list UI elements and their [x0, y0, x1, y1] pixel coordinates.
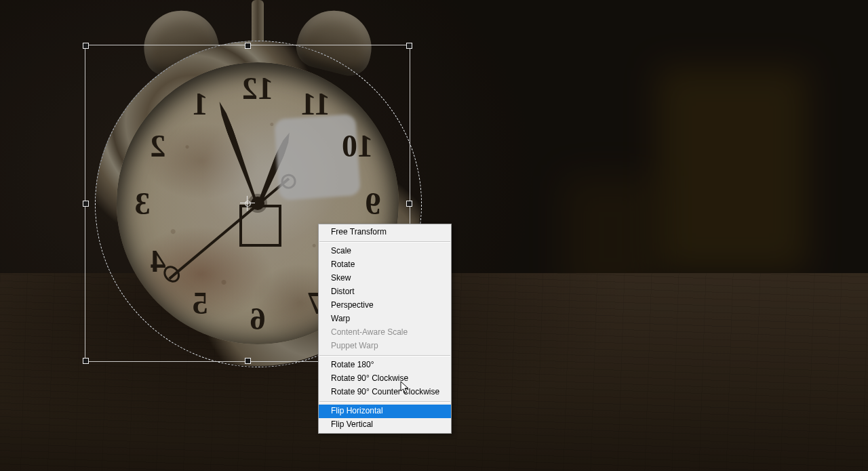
menu-item-puppet: Puppet Warp: [319, 340, 451, 353]
menu-item-flip-v[interactable]: Flip Vertical: [319, 418, 451, 432]
transform-handle-middle-right[interactable]: [406, 201, 412, 207]
transform-handle-top-right[interactable]: [406, 43, 412, 49]
transform-context-menu[interactable]: Free TransformScaleRotateSkewDistortPers…: [318, 224, 452, 434]
menu-item-scale[interactable]: Scale: [319, 245, 451, 258]
menu-item-free-transform[interactable]: Free Transform: [319, 226, 451, 239]
transform-handle-middle-left[interactable]: [83, 201, 89, 207]
menu-item-perspective[interactable]: Perspective: [319, 299, 451, 312]
menu-item-distort[interactable]: Distort: [319, 285, 451, 299]
menu-item-r180[interactable]: Rotate 180°: [319, 359, 451, 372]
transform-handle-bottom-middle[interactable]: [245, 358, 251, 364]
transform-handle-top-middle[interactable]: [245, 43, 251, 49]
menu-item-r90cw[interactable]: Rotate 90° Clockwise: [319, 372, 451, 386]
menu-separator: [319, 241, 450, 243]
menu-item-r90ccw[interactable]: Rotate 90° Counter Clockwise: [319, 386, 451, 399]
menu-item-skew[interactable]: Skew: [319, 272, 451, 285]
menu-item-warp[interactable]: Warp: [319, 312, 451, 326]
menu-separator: [319, 401, 450, 403]
transform-handle-bottom-left[interactable]: [83, 358, 89, 364]
editor-canvas[interactable]: 121234567891011 Free TransformScaleRotat…: [0, 0, 868, 471]
transform-handle-top-left[interactable]: [83, 43, 89, 49]
transform-anchor-icon[interactable]: [242, 198, 253, 209]
menu-item-rotate[interactable]: Rotate: [319, 258, 451, 272]
menu-item-flip-h[interactable]: Flip Horizontal: [319, 405, 451, 418]
menu-separator: [319, 355, 450, 356]
menu-item-cas: Content-Aware Scale: [319, 326, 451, 340]
